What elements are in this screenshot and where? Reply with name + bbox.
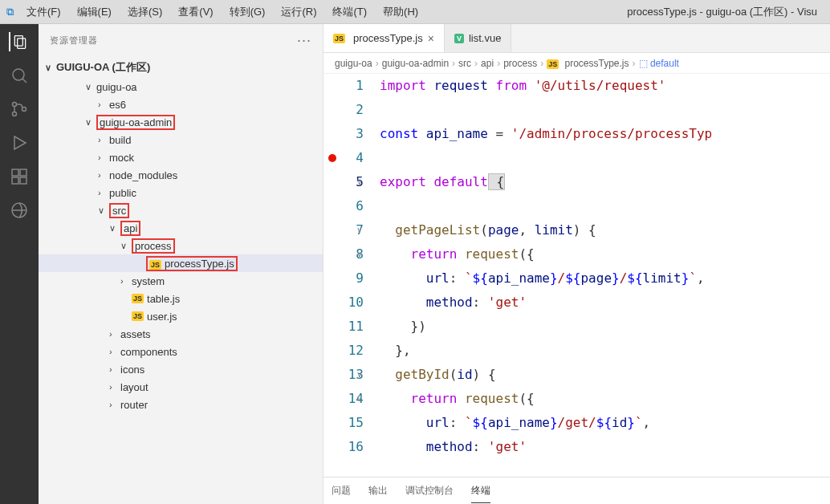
tree-item[interactable]: ∨src: [39, 201, 323, 219]
code-line[interactable]: [380, 146, 830, 170]
panel-tab[interactable]: 终端: [471, 479, 490, 503]
tree-item[interactable]: ›mock: [39, 148, 323, 166]
code-editor[interactable]: 12345∨67∨8∨910111213∨14∨1516 import requ…: [323, 74, 830, 477]
breadcrumb-item[interactable]: JS processType.js: [547, 58, 629, 69]
menu-item[interactable]: 文件(F): [18, 2, 69, 22]
code-line[interactable]: const api_name = '/admin/process/process…: [380, 122, 830, 146]
panel-tab[interactable]: 调试控制台: [405, 479, 454, 502]
code-line[interactable]: getById(id) {: [380, 363, 830, 387]
svg-rect-9: [12, 177, 18, 184]
code-line[interactable]: url: `${api_name}/get/${id}`,: [380, 411, 830, 435]
tree-label: system: [132, 275, 165, 287]
code-line[interactable]: import request from '@/utils/request': [380, 74, 830, 98]
js-icon: JS: [132, 294, 144, 303]
code-line[interactable]: return request({: [380, 387, 830, 411]
tree-item[interactable]: ›node_modules: [39, 166, 323, 184]
svg-rect-0: [14, 36, 22, 47]
workspace-label: GUIGU-OA (工作区): [56, 60, 150, 75]
menu-item[interactable]: 终端(T): [324, 2, 375, 22]
svg-marker-7: [14, 136, 26, 149]
tree-item[interactable]: JSuser.js: [39, 307, 323, 325]
tree-label: router: [120, 399, 148, 411]
breadcrumb-item[interactable]: process: [503, 58, 537, 69]
panel-tab[interactable]: 输出: [368, 479, 388, 502]
tree-item[interactable]: ›layout: [39, 378, 323, 396]
tree-item[interactable]: ›router: [39, 396, 323, 413]
breadcrumb-item[interactable]: guigu-oa: [335, 58, 372, 69]
close-icon[interactable]: ×: [428, 32, 434, 45]
editor-tab[interactable]: Vlist.vue: [445, 24, 511, 52]
tree-label: icons: [120, 364, 144, 376]
tree-item[interactable]: ›es6: [39, 96, 323, 113]
tree-label: api: [124, 222, 137, 234]
tree-label: components: [120, 346, 177, 358]
menu-item[interactable]: 转到(G): [222, 2, 274, 22]
explorer-title: 资源管理器: [50, 35, 98, 47]
tree-item[interactable]: ∨guigu-oa: [39, 78, 323, 96]
js-icon: JS: [333, 34, 345, 43]
svg-point-2: [13, 69, 24, 80]
tree-label: table.js: [147, 293, 180, 305]
menubar: ⧉ 文件(F)编辑(E)选择(S)查看(V)转到(G)运行(R)终端(T)帮助(…: [0, 0, 830, 24]
tree-item[interactable]: ∨process: [39, 237, 323, 254]
menu-item[interactable]: 帮助(H): [375, 2, 426, 22]
js-icon: JS: [132, 311, 144, 321]
tree-label: public: [109, 187, 136, 199]
tree-label: layout: [120, 381, 149, 393]
tree-item[interactable]: ›system: [39, 272, 323, 290]
debug-icon[interactable]: [10, 133, 29, 152]
tree-item[interactable]: ∨api: [39, 219, 323, 237]
tree-label: src: [112, 205, 126, 217]
tree-label: user.js: [147, 311, 177, 323]
code-line[interactable]: method: 'get': [380, 435, 830, 459]
tree-item[interactable]: ›public: [39, 184, 323, 201]
remote-icon[interactable]: [10, 201, 29, 220]
code-line[interactable]: [380, 98, 830, 122]
tree-label: node_modules: [109, 169, 177, 181]
code-line[interactable]: url: `${api_name}/${page}/${limit}`,: [380, 266, 830, 291]
breakpoint-icon[interactable]: [328, 154, 336, 162]
tree-item[interactable]: JSprocessType.js: [39, 254, 323, 272]
code-line[interactable]: export default {: [380, 170, 830, 194]
breadcrumb[interactable]: guigu-oa›guigu-oa-admin›src›api›process›…: [323, 53, 830, 74]
editor-tabs: JSprocessType.js×Vlist.vue: [323, 24, 830, 53]
editor-tab[interactable]: JSprocessType.js×: [323, 24, 445, 52]
panel-tab[interactable]: 问题: [332, 479, 351, 502]
tree-item[interactable]: ›assets: [39, 325, 323, 343]
explorer-icon[interactable]: [9, 32, 28, 51]
breadcrumb-item[interactable]: guigu-oa-admin: [382, 58, 449, 69]
tab-label: list.vue: [469, 32, 501, 44]
tree-item[interactable]: ›icons: [39, 360, 323, 378]
menu-item[interactable]: 运行(R): [273, 2, 324, 22]
tree-item[interactable]: ›components: [39, 343, 323, 360]
code-line[interactable]: },: [380, 339, 830, 363]
source-control-icon[interactable]: [10, 100, 29, 119]
menu-item[interactable]: 选择(S): [120, 2, 170, 22]
tree-label: process: [135, 240, 172, 252]
tree-item[interactable]: ›build: [39, 131, 323, 148]
breadcrumb-item[interactable]: api: [481, 58, 494, 69]
extensions-icon[interactable]: [10, 167, 29, 186]
more-icon[interactable]: ···: [297, 32, 311, 49]
code-line[interactable]: method: 'get': [380, 291, 830, 315]
menu-item[interactable]: 查看(V): [170, 2, 221, 22]
breadcrumb-item[interactable]: src: [458, 58, 471, 69]
tree-item[interactable]: JStable.js: [39, 290, 323, 307]
breadcrumb-item[interactable]: ⬚ default: [639, 58, 679, 69]
code-line[interactable]: }): [380, 315, 830, 339]
svg-rect-8: [12, 169, 18, 176]
tree-label: mock: [109, 152, 134, 164]
tree-item[interactable]: ∨guigu-oa-admin: [39, 113, 323, 131]
menu-item[interactable]: 编辑(E): [69, 2, 120, 22]
search-icon[interactable]: [10, 66, 29, 85]
code-line[interactable]: [380, 194, 830, 218]
workspace-root[interactable]: ∨ GUIGU-OA (工作区): [39, 57, 323, 78]
svg-point-4: [13, 103, 17, 107]
svg-line-3: [22, 79, 26, 83]
tree-label: build: [109, 134, 131, 146]
tree-label: guigu-oa-admin: [100, 116, 172, 128]
code-line[interactable]: getPageList(page, limit) {: [380, 218, 830, 242]
code-line[interactable]: return request({: [380, 242, 830, 266]
svg-rect-11: [20, 169, 26, 176]
tab-label: processType.js: [353, 32, 423, 44]
